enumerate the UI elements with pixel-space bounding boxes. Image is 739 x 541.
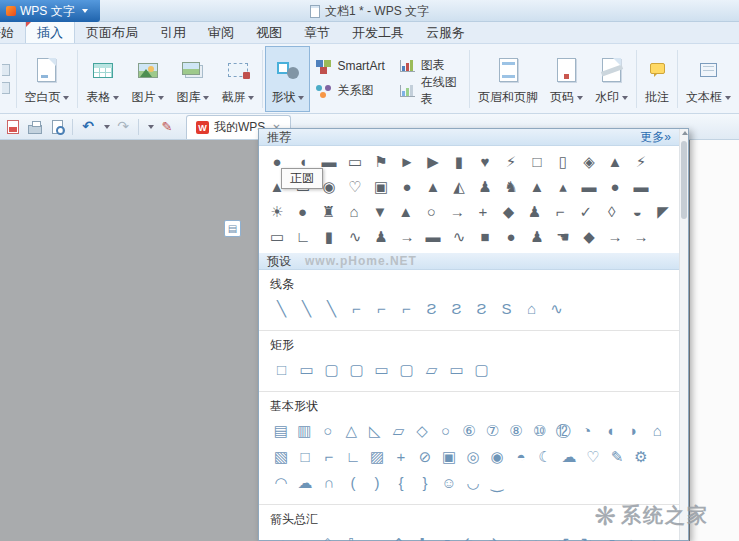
textbox-button[interactable]: 文本框 xyxy=(680,46,737,112)
print-button[interactable] xyxy=(26,117,44,136)
shape-item[interactable]: ∟ xyxy=(290,224,316,249)
shape-item[interactable]: ⑧ xyxy=(504,418,528,444)
shape-item[interactable]: ∩ xyxy=(317,470,341,496)
shape-item[interactable]: ) xyxy=(365,470,389,496)
shape-item[interactable]: ☾ xyxy=(533,444,557,470)
shape-item[interactable]: S xyxy=(494,296,519,322)
shape-item[interactable]: ► xyxy=(394,149,420,174)
tab-cloud[interactable]: 云服务 xyxy=(415,22,476,43)
shape-item[interactable]: ∿ xyxy=(446,224,472,249)
shape-item[interactable]: ▮ xyxy=(446,149,472,174)
toolbar-options-caret[interactable] xyxy=(148,125,154,129)
shape-item[interactable]: ♟ xyxy=(472,174,498,199)
shape-item[interactable]: ☁ xyxy=(293,470,317,496)
tab-dev-tools[interactable]: 开发工具 xyxy=(341,22,415,43)
shape-item[interactable]: ▥ xyxy=(293,418,317,444)
shape-item[interactable]: ∿ xyxy=(342,224,368,249)
tab-section[interactable]: 章节 xyxy=(293,22,341,43)
shape-item[interactable]: ▲ xyxy=(420,174,446,199)
shape-item[interactable]: ⑩ xyxy=(528,418,552,444)
print-preview-button[interactable] xyxy=(48,117,66,136)
shape-item[interactable]: ⚑ xyxy=(368,149,394,174)
shape-item[interactable]: → xyxy=(444,199,470,224)
shape-item[interactable]: ☀ xyxy=(264,199,290,224)
shape-item[interactable]: ✜ xyxy=(410,531,434,541)
shape-item[interactable]: ▨ xyxy=(365,444,389,470)
shape-item[interactable]: ◇ xyxy=(410,418,434,444)
shape-item[interactable]: ◭ xyxy=(446,174,472,199)
shape-item[interactable]: ⚡ xyxy=(628,149,654,174)
shape-item[interactable]: ■ xyxy=(472,224,498,249)
shape-item[interactable]: ╲ xyxy=(269,296,294,322)
paste-options-button[interactable]: ▤ xyxy=(224,220,241,237)
shape-item[interactable]: ▢ xyxy=(344,357,369,383)
shape-item[interactable]: ◒ xyxy=(625,199,651,224)
shapes-button[interactable]: 形状 xyxy=(265,46,310,112)
shape-item[interactable]: ✓ xyxy=(573,199,599,224)
shape-item[interactable]: ☺ xyxy=(437,470,461,496)
shape-item[interactable]: { xyxy=(389,470,413,496)
shape-item[interactable]: ( xyxy=(341,470,365,496)
shape-item[interactable]: ● xyxy=(290,199,316,224)
shape-item[interactable]: + xyxy=(389,444,413,470)
shape-item[interactable]: + xyxy=(470,199,496,224)
online-chart-button[interactable]: 在线图表 xyxy=(394,78,467,103)
shape-item[interactable]: ⑥ xyxy=(457,418,481,444)
shape-item[interactable]: ⚙ xyxy=(629,444,653,470)
undo-button[interactable]: ↶ xyxy=(79,117,97,136)
scrollbar-thumb[interactable] xyxy=(681,141,687,219)
diagram-button[interactable]: 关系图 xyxy=(310,78,389,103)
shape-item[interactable]: ⌂ xyxy=(646,418,670,444)
shape-item[interactable]: ◔ xyxy=(575,418,599,444)
shape-item[interactable]: ○ xyxy=(434,418,458,444)
shape-item[interactable]: ▢ xyxy=(469,357,494,383)
shape-item[interactable]: ▧ xyxy=(269,444,293,470)
shape-item[interactable]: ╲ xyxy=(294,296,319,322)
shape-item[interactable]: ○ xyxy=(419,199,445,224)
format-painter-button[interactable]: ✎ xyxy=(158,117,176,136)
shape-item[interactable]: □ xyxy=(293,444,317,470)
shape-item[interactable]: Ƨ xyxy=(469,296,494,322)
redo-button[interactable]: ↷ xyxy=(114,117,132,136)
shape-item[interactable]: ♟ xyxy=(368,224,394,249)
shape-item[interactable]: → xyxy=(602,224,628,249)
tab-view[interactable]: 视图 xyxy=(245,22,293,43)
shape-item[interactable]: ▣ xyxy=(437,444,461,470)
shape-item[interactable]: ▢ xyxy=(394,357,419,383)
shape-item[interactable]: → xyxy=(394,224,420,249)
shape-item[interactable]: ◈ xyxy=(576,149,602,174)
shape-item[interactable]: □ xyxy=(269,357,294,383)
shape-item[interactable]: ▭ xyxy=(264,224,290,249)
shape-item[interactable]: ⊘ xyxy=(413,444,437,470)
shape-item[interactable]: ⇩ xyxy=(340,531,364,541)
shape-item[interactable]: ▭ xyxy=(342,149,368,174)
picture-button[interactable]: 图片 xyxy=(125,46,170,112)
shape-item[interactable]: ⑦ xyxy=(481,418,505,444)
shape-item[interactable]: ⇧ xyxy=(316,531,340,541)
shape-item[interactable]: ▣ xyxy=(368,174,394,199)
shape-item[interactable]: ▢ xyxy=(319,357,344,383)
scroll-up-icon[interactable] xyxy=(682,131,688,135)
shape-item[interactable]: ⌂ xyxy=(341,199,367,224)
shape-item[interactable]: □ xyxy=(524,149,550,174)
shape-item[interactable]: ♥ xyxy=(472,149,498,174)
shape-item[interactable]: ▤ xyxy=(269,418,293,444)
shape-item[interactable]: ♟ xyxy=(524,224,550,249)
shape-item[interactable]: ⌐ xyxy=(394,296,419,322)
shape-item[interactable]: } xyxy=(413,470,437,496)
shape-item[interactable]: ▯ xyxy=(550,149,576,174)
shape-item[interactable]: ▬ xyxy=(576,174,602,199)
gallery-button[interactable]: 图库 xyxy=(170,46,215,112)
shape-item[interactable]: Ƨ xyxy=(444,296,469,322)
shape-item[interactable]: ▬ xyxy=(420,224,446,249)
shape-item[interactable]: ▲ xyxy=(524,174,550,199)
panel-scrollbar[interactable] xyxy=(679,129,688,540)
shape-item[interactable]: ▭ xyxy=(444,357,469,383)
tab-references[interactable]: 引用 xyxy=(149,22,197,43)
shape-item[interactable]: ‿ xyxy=(485,470,509,496)
shape-item[interactable]: ⌂ xyxy=(519,296,544,322)
tab-home[interactable]: 开始 xyxy=(0,22,25,43)
shape-item[interactable]: ⇔ xyxy=(363,531,387,541)
shape-item[interactable]: ⇨ xyxy=(269,531,293,541)
shape-item[interactable]: ↩ xyxy=(504,531,528,541)
